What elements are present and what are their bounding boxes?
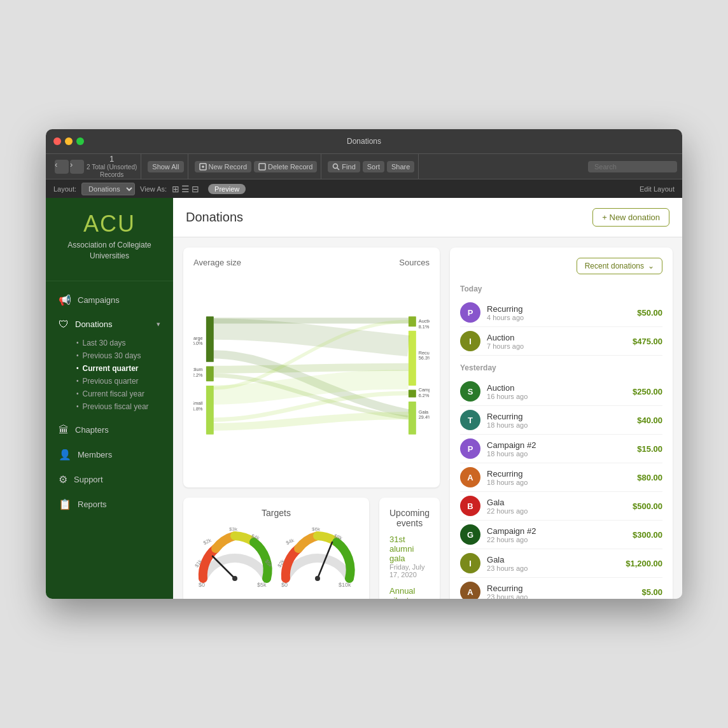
submenu-current-fiscal[interactable]: Current fiscal year [76, 388, 160, 400]
window-title: Donations [347, 137, 381, 146]
donation-type-8: Gala [487, 555, 619, 564]
sidebar-item-label: Chapters [75, 425, 109, 435]
share-btn[interactable]: Share [387, 161, 414, 172]
sidebar-item-members[interactable]: 👤 Members [46, 442, 173, 467]
traffic-lights [53, 137, 84, 145]
find-label: Find [342, 163, 355, 171]
sidebar-item-reports[interactable]: 📋 Reports [46, 492, 173, 517]
sidebar-item-support[interactable]: ⚙ Support [46, 467, 173, 492]
donation-time-2: 16 hours ago [487, 393, 626, 400]
sidebar-item-donations[interactable]: 🛡 Donations ▾ [46, 312, 173, 337]
svg-text:$5k: $5k [257, 582, 267, 588]
targets-card: Targets [183, 498, 369, 599]
sankey-header: Average size Sources [193, 258, 430, 267]
donation-time-9: 23 hours ago [487, 593, 635, 599]
sankey-title: Average size [193, 258, 241, 267]
page-title: Donations [186, 210, 243, 225]
megaphone-icon: 📢 [59, 294, 71, 306]
nav-buttons: ‹ › [55, 160, 84, 174]
sidebar-item-campaigns[interactable]: 📢 Campaigns [46, 288, 173, 312]
show-all-btn[interactable]: Show All [148, 161, 183, 172]
recent-dropdown-btn[interactable]: Recent donations ⌄ [577, 258, 662, 274]
close-btn[interactable] [53, 137, 61, 145]
events-card: Upcoming events 31st alumni gala Friday,… [379, 498, 440, 599]
svg-text:Gala: Gala [419, 409, 429, 415]
donation-row-2[interactable]: S Auction 16 hours ago $250.00 [460, 377, 662, 406]
content-header: Donations + New donation [173, 198, 682, 237]
find-btn[interactable]: Find [328, 161, 360, 172]
edit-layout-btn[interactable]: Edit Layout [640, 185, 675, 193]
donation-row-9[interactable]: A Recurring 23 hours ago $5.00 [460, 578, 662, 599]
donation-info-4: Campaign #2 18 hours ago [487, 440, 631, 458]
sort-btn[interactable]: Sort [363, 161, 384, 172]
svg-text:56.3%: 56.3% [419, 355, 430, 361]
fullscreen-btn[interactable] [76, 137, 84, 145]
donation-amount-0: $50.00 [637, 308, 662, 318]
nav-next-btn[interactable]: › [70, 160, 84, 174]
view-icons: ⊞ ☰ ⊟ [172, 184, 199, 194]
donation-type-6: Gala [487, 498, 626, 507]
recent-dropdown-label: Recent donations [585, 262, 644, 270]
donation-row-3[interactable]: T Recurring 18 hours ago $40.00 [460, 406, 662, 435]
toolbar: ‹ › 1 2 Total (Unsorted) Records Show Al… [46, 153, 682, 179]
sidebar-item-chapters[interactable]: 🏛 Chapters [46, 418, 173, 442]
event-item-0: 31st alumni gala Friday, July 17, 2020 [389, 535, 430, 578]
svg-rect-10 [409, 331, 416, 386]
avatar-9: A [460, 582, 480, 599]
svg-rect-11 [409, 390, 416, 398]
donation-row-1[interactable]: I Auction 7 hours ago $475.00 [460, 327, 662, 356]
view-table-btn[interactable]: ⊟ [192, 184, 199, 194]
donation-time-8: 23 hours ago [487, 564, 619, 572]
preview-btn[interactable]: Preview [208, 184, 246, 194]
donation-row-7[interactable]: G Campaign #2 22 hours ago $300.00 [460, 521, 662, 549]
donation-amount-7: $300.00 [633, 530, 662, 540]
donation-time-1: 7 hours ago [487, 342, 626, 350]
logo-text: ACU [59, 211, 160, 237]
building-icon: 🏛 [59, 424, 69, 436]
submenu-prev-fiscal[interactable]: Previous fiscal year [76, 400, 160, 413]
svg-rect-7 [206, 366, 214, 381]
minimize-btn[interactable] [65, 137, 73, 145]
donation-info-0: Recurring 4 hours ago [487, 304, 631, 321]
avatar-5: A [460, 467, 480, 487]
svg-line-5 [337, 168, 339, 170]
gauge-1-svg: $0 $5k $1k $2k $3k $4k $5k [193, 524, 276, 588]
donation-row-5[interactable]: A Recurring 18 hours ago $80.00 [460, 463, 662, 492]
yesterday-section-label: Yesterday [460, 363, 662, 372]
view-list-btn[interactable]: ☰ [181, 184, 190, 194]
new-record-btn[interactable]: New Record [195, 161, 252, 172]
donation-amount-6: $500.00 [633, 501, 662, 511]
showall-group: Show All [144, 154, 188, 179]
right-column: Recent donations ⌄ Today P Recurring 4 h… [450, 248, 673, 599]
nav-prev-btn[interactable]: ‹ [55, 160, 69, 174]
view-form-btn[interactable]: ⊞ [172, 184, 179, 194]
submenu-prev30[interactable]: Previous 30 days [76, 349, 160, 362]
org-name: Association of Collegiate Universities [59, 240, 160, 262]
layout-select[interactable]: Donations [81, 183, 135, 195]
submenu-current-quarter[interactable]: Current quarter [76, 362, 160, 375]
donation-type-0: Recurring [487, 304, 631, 314]
donation-row-6[interactable]: B Gala 22 hours ago $500.00 [460, 492, 662, 521]
submenu-prev-quarter[interactable]: Previous quarter [76, 375, 160, 388]
svg-text:Campaign #2: Campaign #2 [419, 387, 430, 393]
donation-row-4[interactable]: P Campaign #2 18 hours ago $15.00 [460, 435, 662, 463]
sidebar-divider [46, 281, 173, 281]
person-icon: 👤 [59, 449, 71, 461]
recent-card: Recent donations ⌄ Today P Recurring 4 h… [450, 248, 673, 599]
donation-row-0[interactable]: P Recurring 4 hours ago $50.00 [460, 298, 662, 327]
event-name-1[interactable]: Annual silent auction [389, 586, 430, 599]
sidebar-item-label: Members [78, 450, 112, 459]
svg-point-4 [333, 164, 338, 168]
submenu-last30[interactable]: Last 30 days [76, 337, 160, 349]
search-input[interactable] [588, 161, 677, 172]
svg-text:$2k: $2k [202, 537, 213, 546]
donation-row-8[interactable]: I Gala 23 hours ago $1,200.00 [460, 549, 662, 578]
event-name-0[interactable]: 31st alumni gala [389, 535, 430, 563]
svg-text:51.8%: 51.8% [193, 406, 203, 412]
new-donation-btn[interactable]: + New donation [592, 208, 669, 227]
sort-label: Sort [367, 163, 380, 171]
delete-record-btn[interactable]: Delete Record [254, 161, 317, 172]
svg-text:Auction: Auction [419, 318, 430, 324]
svg-rect-6 [206, 316, 214, 362]
svg-text:Large: Large [193, 335, 203, 341]
